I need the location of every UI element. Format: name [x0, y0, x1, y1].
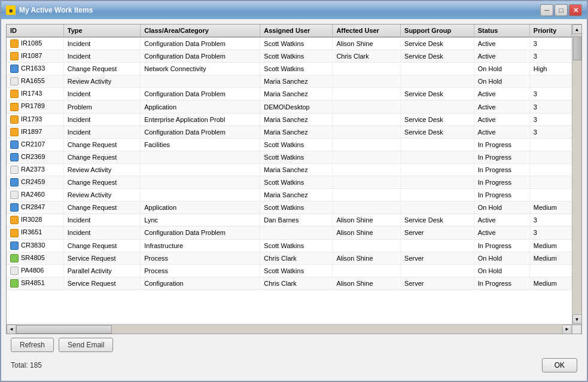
cell-support-group: Service Desk	[401, 50, 474, 63]
cell-type: Incident	[63, 214, 141, 227]
table-row[interactable]: SR4805 Service Request Process Chris Cla…	[7, 252, 572, 264]
scroll-right-button[interactable]: ►	[562, 325, 572, 334]
row-type-icon	[10, 103, 19, 111]
table-row[interactable]: IR1897 Incident Configuration Data Probl…	[7, 126, 572, 138]
cell-type: Change Request	[63, 201, 141, 214]
cell-status: Active	[474, 88, 529, 100]
cell-type: Incident	[63, 37, 141, 50]
col-header-priority[interactable]: Priority	[529, 25, 571, 37]
cell-support-group: Service Desk	[401, 126, 474, 138]
col-header-id[interactable]: ID	[7, 25, 63, 37]
cell-assigned: Dan Barnes	[260, 214, 333, 227]
work-items-table: ID Type Class/Area/Category Assigned Use…	[7, 25, 572, 290]
col-header-type[interactable]: Type	[63, 25, 141, 37]
table-row[interactable]: IR3651 Incident Configuration Data Probl…	[7, 227, 572, 239]
cell-support-group	[401, 63, 474, 75]
cell-assigned: Scott Watkins	[260, 201, 333, 214]
cell-id: CR1633	[7, 63, 63, 75]
cell-type: Change Request	[63, 138, 141, 151]
table-row[interactable]: CR2459 Change Request Scott Watkins In P…	[7, 176, 572, 189]
table-row[interactable]: IR1087 Incident Configuration Data Probl…	[7, 50, 572, 63]
table-row[interactable]: CR2107 Change Request Facilities Scott W…	[7, 138, 572, 151]
cell-status: In Progress	[474, 176, 529, 189]
cell-status: In Progress	[474, 138, 529, 151]
cell-status: Active	[474, 126, 529, 138]
cell-status: In Progress	[474, 239, 529, 252]
status-bar: Total: 185 OK	[6, 356, 582, 376]
scroll-up-button[interactable]: ▲	[572, 25, 582, 34]
h-scroll-thumb[interactable]	[16, 325, 112, 334]
row-type-icon	[10, 52, 19, 60]
table-scroll-area[interactable]: ID Type Class/Area/Category Assigned Use…	[7, 25, 572, 324]
table-row[interactable]: CR2369 Change Request Scott Watkins In P…	[7, 151, 572, 163]
table-row[interactable]: RA2373 Review Activity Maria Sanchez In …	[7, 163, 572, 176]
cell-type: Change Request	[63, 176, 141, 189]
scroll-left-button[interactable]: ◄	[7, 325, 16, 334]
col-header-support[interactable]: Support Group	[401, 25, 474, 37]
table-row[interactable]: CR1633 Change Request Network Connectivi…	[7, 63, 572, 75]
cell-class: Application	[141, 201, 260, 214]
cell-class: Process	[141, 252, 260, 264]
cell-class	[141, 176, 260, 189]
table-header-row: ID Type Class/Area/Category Assigned Use…	[7, 25, 572, 37]
cell-class: Process	[141, 264, 260, 277]
cell-assigned: Maria Sanchez	[260, 189, 333, 201]
cell-assigned: Scott Watkins	[260, 37, 333, 50]
table-row[interactable]: IR1793 Incident Enterprise Application P…	[7, 113, 572, 126]
cell-status: In Progress	[474, 163, 529, 176]
cell-priority: Medium	[529, 252, 571, 264]
send-email-button[interactable]: Send Email	[59, 338, 113, 352]
table-row[interactable]: CR2847 Change Request Application Scott …	[7, 201, 572, 214]
table-row[interactable]: IR1743 Incident Configuration Data Probl…	[7, 88, 572, 100]
col-header-status[interactable]: Status	[474, 25, 529, 37]
row-type-icon	[10, 242, 19, 250]
table-row[interactable]: RA1655 Review Activity Maria Sanchez On …	[7, 75, 572, 88]
cell-priority: 3	[529, 50, 571, 63]
h-scroll-track[interactable]	[16, 325, 562, 334]
scroll-track[interactable]	[572, 34, 582, 314]
table-row[interactable]: PR1789 Problem Application DEMO\Desktop …	[7, 100, 572, 113]
close-button[interactable]: ✕	[569, 4, 582, 16]
minimize-button[interactable]: ─	[540, 4, 553, 16]
table-row[interactable]: CR3830 Change Request Infrastructure Sco…	[7, 239, 572, 252]
row-type-icon	[10, 203, 19, 212]
cell-affected	[333, 201, 401, 214]
cell-class	[141, 75, 260, 88]
table-row[interactable]: IR1085 Incident Configuration Data Probl…	[7, 37, 572, 50]
cell-affected: Alison Shine	[333, 252, 401, 264]
scroll-thumb[interactable]	[573, 36, 581, 60]
cell-assigned: Scott Watkins	[260, 176, 333, 189]
cell-support-group: Server	[401, 277, 474, 289]
scroll-down-button[interactable]: ▼	[572, 314, 582, 324]
ok-button[interactable]: OK	[542, 358, 577, 372]
maximize-button[interactable]: □	[555, 4, 568, 16]
cell-type: Review Activity	[63, 163, 141, 176]
cell-priority: 3	[529, 88, 571, 100]
row-type-icon	[10, 128, 19, 136]
cell-status: On Hold	[474, 252, 529, 264]
table-row[interactable]: PA4806 Parallel Activity Process Scott W…	[7, 264, 572, 277]
vertical-scrollbar[interactable]: ▲ ▼	[572, 25, 581, 324]
cell-class: Configuration Data Problem	[141, 37, 260, 50]
col-header-assigned[interactable]: Assigned User	[260, 25, 333, 37]
cell-support-group	[401, 189, 474, 201]
cell-class: Application	[141, 100, 260, 113]
cell-assigned: Chris Clark	[260, 252, 333, 264]
cell-priority: High	[529, 63, 571, 75]
cell-id: IR3028	[7, 214, 63, 227]
col-header-affected[interactable]: Affected User	[333, 25, 401, 37]
cell-affected: Alison Shine	[333, 214, 401, 227]
cell-priority	[529, 163, 571, 176]
cell-id: CR3830	[7, 239, 63, 252]
table-row[interactable]: RA2460 Review Activity Maria Sanchez In …	[7, 189, 572, 201]
row-type-icon	[10, 229, 19, 237]
refresh-button[interactable]: Refresh	[11, 338, 54, 352]
cell-support-group	[401, 151, 474, 163]
cell-affected	[333, 189, 401, 201]
cell-affected: Alison Shine	[333, 277, 401, 289]
cell-priority: Medium	[529, 239, 571, 252]
table-row[interactable]: IR3028 Incident Lync Dan Barnes Alison S…	[7, 214, 572, 227]
table-row[interactable]: SR4851 Service Request Configuration Chr…	[7, 277, 572, 289]
col-header-class[interactable]: Class/Area/Category	[141, 25, 260, 37]
cell-status: Active	[474, 100, 529, 113]
